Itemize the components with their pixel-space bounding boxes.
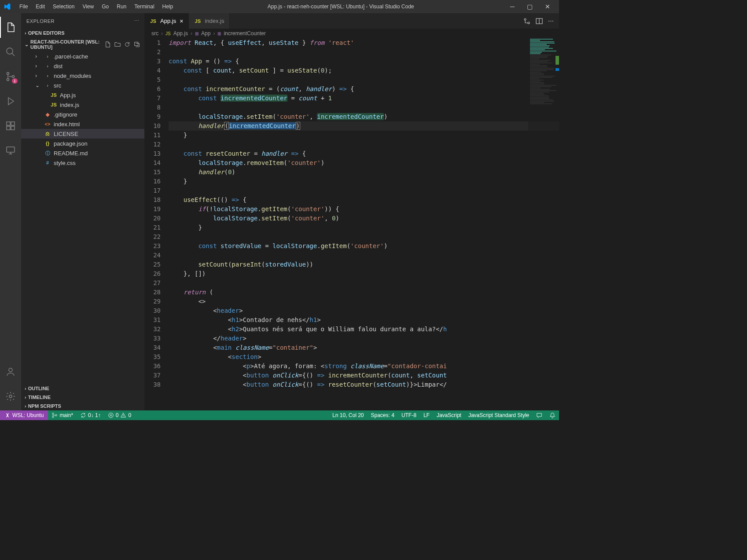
file-package-json[interactable]: {}package.json <box>21 139 144 148</box>
main-menu: FileEditSelectionViewGoRunTerminalHelp <box>16 2 177 11</box>
explorer-icon[interactable] <box>0 17 21 38</box>
extensions-icon[interactable] <box>0 115 21 136</box>
open-editors-section[interactable]: › OPEN EDITORS <box>21 29 144 37</box>
menu-terminal[interactable]: Terminal <box>131 2 158 11</box>
problems-status[interactable]: 0 0 <box>104 410 135 420</box>
folder-icon: › <box>44 54 51 59</box>
svg-point-16 <box>52 416 54 418</box>
editor-more-icon[interactable]: ⋯ <box>548 18 554 24</box>
breadcrumb-icon: ⊞ <box>195 31 199 36</box>
git-icon: ◆ <box>44 112 51 117</box>
tab-App-js[interactable]: JSApp.js× <box>144 13 189 29</box>
file-label: .parcel-cache <box>54 53 88 60</box>
sidebar: EXPLORER ⋯ › OPEN EDITORS ⌄ REACT-NEH-CO… <box>21 13 144 410</box>
menu-file[interactable]: File <box>16 2 31 11</box>
settings-gear-icon[interactable] <box>0 386 21 407</box>
section-label: TIMELINE <box>28 395 51 400</box>
svg-rect-11 <box>135 42 138 46</box>
timeline-section[interactable]: › TIMELINE <box>21 394 144 401</box>
git-branch[interactable]: main* <box>48 410 77 420</box>
menu-edit[interactable]: Edit <box>32 2 48 11</box>
npm-scripts-section[interactable]: › NPM SCRIPTS <box>21 403 144 410</box>
chevron-right-icon: › <box>35 73 41 79</box>
minimize-button[interactable]: ─ <box>505 1 520 12</box>
breadcrumb-item[interactable]: incrementCounter <box>224 30 265 37</box>
code-content[interactable]: import React, { useEffect, useState } fr… <box>169 38 559 410</box>
breadcrumbs[interactable]: src›JSApp.js›⊞App›⊞incrementCounter <box>144 29 559 38</box>
file-style-css[interactable]: #style.css <box>21 158 144 168</box>
remote-indicator[interactable]: WSL: Ubuntu <box>0 410 48 420</box>
breadcrumb-item[interactable]: App.js <box>173 30 188 37</box>
svg-point-1 <box>7 73 9 75</box>
breadcrumb-item[interactable]: App <box>201 30 210 37</box>
project-section[interactable]: ⌄ REACT-NEH-COUNTER [WSL: UBUNTU] <box>21 38 144 51</box>
js-file-icon: JS <box>150 18 157 24</box>
menu-view[interactable]: View <box>79 2 97 11</box>
menu-run[interactable]: Run <box>113 2 130 11</box>
file-README-md[interactable]: ⓘREADME.md <box>21 148 144 158</box>
scm-badge: 1 <box>12 78 18 84</box>
accounts-icon[interactable] <box>0 361 21 382</box>
remote-explorer-icon[interactable] <box>0 140 21 161</box>
split-editor-icon[interactable] <box>536 18 543 25</box>
sync-status[interactable]: 0↓ 1↑ <box>77 410 104 420</box>
source-control-icon[interactable]: 1 <box>0 66 21 87</box>
tab-label: App.js <box>160 18 176 24</box>
search-icon[interactable] <box>0 41 21 62</box>
menu-selection[interactable]: Selection <box>49 2 78 11</box>
eol[interactable]: LF <box>420 410 433 420</box>
new-folder-icon[interactable] <box>114 40 121 48</box>
chevron-right-icon: › <box>25 395 26 400</box>
chevron-down-icon: ⌄ <box>35 82 41 88</box>
lint-status[interactable]: JavaScript Standard Style <box>465 410 533 420</box>
notifications-icon[interactable] <box>546 410 559 420</box>
code-editor[interactable]: 1234567891011121314151617181920212223242… <box>144 38 559 410</box>
breadcrumb-icon: ⊞ <box>217 31 221 36</box>
file-label: style.css <box>54 160 76 166</box>
indentation[interactable]: Spaces: 4 <box>368 410 398 420</box>
collapse-icon[interactable] <box>133 40 141 48</box>
svg-point-0 <box>7 48 13 54</box>
file-src[interactable]: ⌄›src <box>21 81 144 90</box>
menu-go[interactable]: Go <box>98 2 112 11</box>
file-node_modules[interactable]: ››node_modules <box>21 71 144 81</box>
branch-label: main* <box>59 412 73 418</box>
file--gitignore[interactable]: ◆.gitignore <box>21 110 144 119</box>
cursor-position[interactable]: Ln 10, Col 20 <box>329 410 367 420</box>
maximize-button[interactable]: ▢ <box>522 1 538 12</box>
file--parcel-cache[interactable]: ››.parcel-cache <box>21 51 144 61</box>
file-index-html[interactable]: <>index.html <box>21 119 144 129</box>
js-file-icon: JS <box>194 18 201 24</box>
file-LICENSE[interactable]: ⚖LICENSE <box>21 129 144 139</box>
new-file-icon[interactable] <box>104 40 112 48</box>
run-debug-icon[interactable] <box>0 91 21 112</box>
file-App-js[interactable]: JSApp.js <box>21 90 144 100</box>
file-index-js[interactable]: JSindex.js <box>21 100 144 110</box>
compare-changes-icon[interactable] <box>523 18 530 25</box>
close-window-button[interactable]: ✕ <box>540 1 556 12</box>
file-dist[interactable]: ››dist <box>21 61 144 71</box>
close-tab-icon[interactable]: × <box>180 18 183 25</box>
json-icon: {} <box>44 141 51 146</box>
sidebar-more-icon[interactable]: ⋯ <box>134 18 140 24</box>
tab-bar: JSApp.js×JSindex.js ⋯ <box>144 13 559 29</box>
encoding[interactable]: UTF-8 <box>398 410 420 420</box>
refresh-icon[interactable] <box>123 40 131 48</box>
menu-help[interactable]: Help <box>159 2 177 11</box>
file-tree: ››.parcel-cache››dist››node_modules⌄›src… <box>21 51 144 168</box>
svg-point-15 <box>52 413 54 415</box>
language-mode[interactable]: JavaScript <box>433 410 465 420</box>
status-bar: WSL: Ubuntu main* 0↓ 1↑ 0 0 Ln 10, Col 2… <box>0 410 559 420</box>
outline-section[interactable]: › OUTLINE <box>21 385 144 392</box>
svg-rect-8 <box>7 147 15 152</box>
svg-point-13 <box>528 22 530 24</box>
breadcrumb-item[interactable]: src <box>151 30 158 37</box>
chevron-right-icon: › <box>25 386 26 391</box>
svg-rect-7 <box>11 126 15 130</box>
tab-label: index.js <box>205 18 224 24</box>
sidebar-title: EXPLORER <box>26 18 55 24</box>
tab-index-js[interactable]: JSindex.js <box>189 13 230 29</box>
breadcrumb-icon: JS <box>166 31 171 36</box>
feedback-icon[interactable] <box>533 410 546 420</box>
minimap[interactable] <box>528 38 559 410</box>
